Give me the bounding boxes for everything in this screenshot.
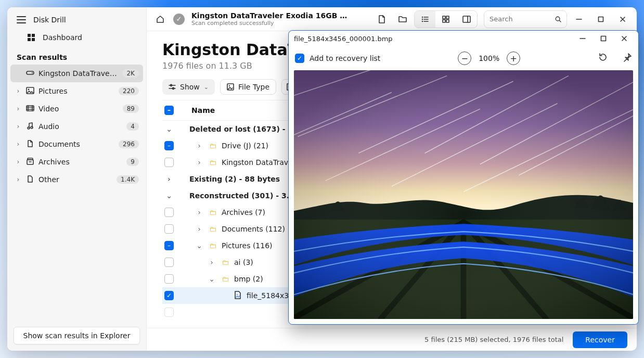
row-checkbox[interactable]: ✓	[164, 291, 174, 300]
image-file-icon	[233, 291, 242, 301]
chevron-right-icon[interactable]: ›	[195, 158, 204, 167]
add-to-recovery-checkbox[interactable]: ✓ Add to recovery list	[295, 54, 380, 63]
row-label: Documents (112)	[222, 225, 285, 233]
select-all-checkbox[interactable]: –	[164, 106, 174, 115]
sidebar-item-label: Other	[38, 175, 112, 184]
preview-filename: file_5184x3456_000001.bmp	[294, 35, 393, 43]
sidebar-item-label: Video	[38, 105, 119, 113]
row-checkbox[interactable]	[164, 308, 174, 317]
chevron-right-icon[interactable]: ›	[207, 258, 216, 266]
sidebar-badge: 89	[123, 105, 139, 113]
sidebar-badge: 9	[126, 158, 139, 166]
filter-show[interactable]: Show ⌄	[162, 79, 215, 95]
sidebar-dashboard-label: Dashboard	[43, 33, 82, 42]
sidebar-badge: 296	[119, 140, 139, 148]
svg-rect-16	[443, 16, 445, 19]
svg-rect-1	[32, 34, 35, 37]
chevron-down-icon[interactable]: ⌄	[164, 191, 174, 200]
column-name: Name	[191, 106, 215, 114]
filter-file-type[interactable]: File Type	[220, 79, 276, 95]
add-to-recovery-label: Add to recovery list	[310, 54, 380, 62]
caret-icon[interactable]: ›	[15, 123, 22, 130]
window-minimize-button[interactable]	[569, 10, 589, 28]
svg-point-5	[32, 72, 33, 73]
zoom-in-button[interactable]: +	[507, 52, 520, 65]
row-checkbox[interactable]	[164, 258, 174, 267]
svg-point-14	[422, 18, 423, 19]
recover-button[interactable]: Recover	[573, 331, 627, 348]
svg-rect-2	[28, 38, 31, 41]
folder-icon: 🗀	[221, 275, 230, 283]
sidebar-item-other[interactable]: › Other 1.4K	[10, 171, 143, 188]
home-button[interactable]	[151, 10, 170, 29]
row-checkbox[interactable]	[164, 208, 174, 217]
row-checkbox[interactable]	[164, 274, 174, 284]
row-label: ai (3)	[234, 258, 253, 266]
window-maximize-button[interactable]	[595, 32, 612, 45]
status-text: 5 files (215 MB) selected, 1976 files to…	[424, 336, 563, 343]
window-close-button[interactable]	[613, 10, 633, 28]
view-panel-button[interactable]	[456, 11, 477, 28]
chevron-down-icon: ⌄	[204, 84, 209, 91]
row-checkbox[interactable]	[164, 158, 174, 167]
sidebar-item-device[interactable]: Kingston DataTraveler Ex… 2K	[10, 65, 143, 82]
search-box[interactable]	[484, 10, 567, 28]
zoom-out-button[interactable]: −	[458, 52, 471, 65]
chevron-down-icon[interactable]: ⌄	[195, 241, 204, 250]
svg-point-13	[422, 16, 423, 17]
chevron-right-icon[interactable]: ›	[195, 208, 204, 216]
sidebar-dashboard[interactable]: Dashboard	[7, 29, 146, 46]
sidebar-item-documents[interactable]: › Documents 296	[10, 135, 143, 153]
row-checkbox[interactable]	[164, 224, 174, 234]
svg-point-26	[229, 85, 230, 86]
topbar-title: Kingston DataTraveler Exodia 16GB USB 3.…	[191, 11, 353, 20]
sliders-icon	[169, 84, 176, 90]
sidebar-item-video[interactable]: › Video 89	[10, 100, 143, 118]
chevron-down-icon[interactable]: ⌄	[164, 125, 174, 133]
row-checkbox[interactable]: –	[164, 141, 174, 150]
svg-rect-18	[443, 20, 445, 22]
rotate-button[interactable]	[598, 52, 608, 65]
topbar-subtitle: Scan completed successfully	[191, 20, 353, 27]
row-label: Archives (7)	[222, 208, 265, 216]
sidebar-item-archives[interactable]: › Archives 9	[10, 153, 143, 171]
video-icon	[26, 105, 34, 113]
chevron-right-icon[interactable]: ›	[195, 142, 204, 150]
new-folder-button[interactable]	[393, 10, 412, 29]
view-list-button[interactable]	[415, 11, 435, 28]
window-maximize-button[interactable]	[591, 10, 611, 28]
filter-label: File Type	[238, 83, 269, 91]
preview-titlebar[interactable]: file_5184x3456_000001.bmp	[289, 31, 638, 46]
svg-point-21	[556, 17, 560, 21]
caret-icon[interactable]: ›	[15, 176, 22, 183]
view-grid-button[interactable]	[435, 11, 456, 28]
hamburger-icon[interactable]	[17, 16, 26, 23]
chevron-right-icon[interactable]: ›	[195, 225, 204, 233]
view-toggle	[414, 10, 478, 28]
svg-rect-41	[294, 70, 633, 319]
sidebar-item-label: Kingston DataTraveler Ex…	[38, 69, 118, 78]
caret-icon[interactable]: ›	[15, 158, 22, 165]
caret-icon[interactable]: ›	[15, 87, 22, 95]
chevron-down-icon[interactable]: ⌄	[207, 275, 216, 283]
pin-button[interactable]	[623, 53, 632, 64]
caret-icon[interactable]: ›	[15, 105, 22, 112]
window-close-button[interactable]	[615, 32, 633, 45]
svg-rect-28	[601, 36, 606, 41]
caret-icon[interactable]: ›	[15, 140, 22, 148]
sidebar-badge: 1.4K	[117, 175, 139, 184]
sidebar-item-pictures[interactable]: › Pictures 220	[10, 82, 143, 100]
window-minimize-button[interactable]	[574, 32, 591, 45]
show-in-explorer-button[interactable]: Show scan results in Explorer	[14, 327, 140, 344]
preview-image[interactable]	[294, 70, 633, 319]
row-checkbox[interactable]: –	[164, 241, 174, 250]
dashboard-icon	[27, 33, 35, 42]
svg-rect-19	[446, 20, 449, 22]
sidebar: Disk Drill Dashboard Scan results Kingst…	[7, 7, 147, 351]
new-file-button[interactable]	[372, 10, 391, 29]
search-icon	[555, 16, 561, 23]
sidebar-item-audio[interactable]: › Audio 4	[10, 118, 143, 135]
search-input[interactable]	[490, 15, 551, 23]
archive-icon	[26, 158, 34, 167]
chevron-right-icon[interactable]: ›	[164, 175, 174, 183]
